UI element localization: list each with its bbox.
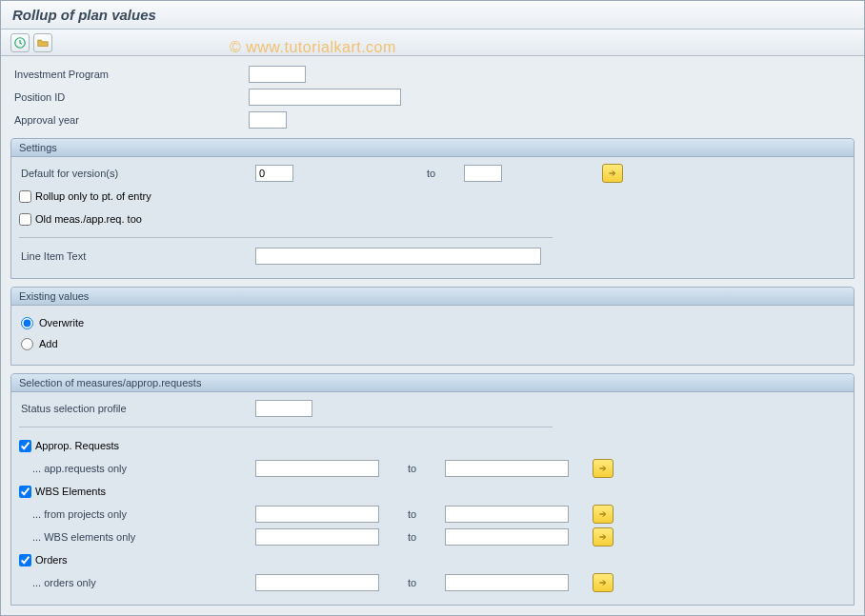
existing-values-title: Existing values: [11, 288, 854, 306]
add-radio[interactable]: [21, 338, 33, 350]
from-projects-to-input[interactable]: [445, 506, 569, 523]
wbs-only-from-input[interactable]: [255, 528, 379, 546]
multiple-selection-button[interactable]: [593, 527, 614, 546]
old-meas-label: Old meas./app.req. too: [35, 213, 142, 225]
page-title: Rollup of plan values: [1, 1, 864, 30]
wbs-elements-label: WBS Elements: [35, 486, 106, 497]
line-item-text-input[interactable]: [255, 248, 541, 265]
to-label: to: [427, 168, 435, 179]
app-requests-to-input[interactable]: [445, 460, 569, 477]
multiple-selection-button[interactable]: [593, 573, 614, 592]
toolbar: [1, 30, 864, 56]
content-area: Investment Program Position ID Approval …: [1, 56, 864, 615]
multiple-selection-button[interactable]: [602, 164, 623, 183]
orders-only-from-input[interactable]: [255, 574, 379, 591]
arrow-right-icon: [597, 508, 609, 520]
settings-panel: Settings Default for version(s) to Rollu…: [10, 138, 855, 279]
status-profile-input[interactable]: [255, 400, 312, 417]
wbs-only-label: ... WBS elements only: [17, 531, 255, 543]
selection-panel-title: Selection of measures/approp.requests: [11, 374, 854, 392]
to-label: to: [408, 531, 416, 543]
approval-year-label: Approval year: [10, 114, 249, 126]
arrow-right-icon: [597, 531, 609, 543]
to-label: to: [408, 508, 416, 520]
default-version-from-input[interactable]: [255, 165, 293, 182]
investment-program-input[interactable]: [249, 66, 306, 83]
divider: [19, 427, 553, 427]
rollup-pt-entry-checkbox[interactable]: [19, 190, 31, 203]
default-version-label: Default for version(s): [17, 168, 255, 179]
approp-requests-checkbox[interactable]: [19, 440, 31, 452]
selection-panel: Selection of measures/approp.requests St…: [10, 373, 855, 606]
to-label: to: [408, 577, 416, 588]
approp-requests-label: Approp. Requests: [35, 440, 119, 451]
multiple-selection-button[interactable]: [593, 505, 614, 524]
variant-button[interactable]: [33, 33, 52, 52]
position-id-label: Position ID: [10, 91, 249, 103]
from-projects-label: ... from projects only: [17, 508, 255, 520]
app-requests-from-input[interactable]: [255, 460, 379, 477]
multiple-selection-button[interactable]: [593, 459, 614, 478]
line-item-text-label: Line Item Text: [17, 250, 255, 262]
add-label: Add: [39, 338, 58, 349]
overwrite-label: Overwrite: [39, 317, 84, 328]
folder-open-icon: [36, 36, 50, 50]
arrow-right-icon: [607, 168, 618, 179]
clock-execute-icon: [13, 36, 27, 50]
orders-only-to-input[interactable]: [445, 574, 569, 591]
position-id-input[interactable]: [249, 89, 401, 106]
from-projects-from-input[interactable]: [255, 506, 379, 523]
orders-checkbox[interactable]: [19, 554, 31, 566]
app-requests-only-label: ... app.requests only: [17, 463, 255, 474]
arrow-right-icon: [597, 577, 609, 588]
approval-year-input[interactable]: [249, 111, 287, 129]
status-profile-label: Status selection profile: [17, 403, 255, 414]
rollup-pt-entry-label: Rollup only to pt. of entry: [35, 190, 151, 202]
to-label: to: [408, 463, 416, 474]
orders-only-label: ... orders only: [17, 577, 255, 588]
arrow-right-icon: [597, 463, 609, 474]
overwrite-radio[interactable]: [21, 317, 33, 329]
default-version-to-input[interactable]: [464, 165, 502, 182]
old-meas-checkbox[interactable]: [19, 213, 31, 226]
settings-panel-title: Settings: [11, 139, 854, 157]
orders-label: Orders: [35, 554, 68, 566]
wbs-only-to-input[interactable]: [445, 528, 569, 546]
divider: [19, 237, 553, 238]
existing-values-panel: Existing values Overwrite Add: [10, 287, 855, 366]
investment-program-label: Investment Program: [10, 69, 249, 80]
wbs-elements-checkbox[interactable]: [19, 486, 31, 498]
execute-button[interactable]: [10, 33, 30, 52]
